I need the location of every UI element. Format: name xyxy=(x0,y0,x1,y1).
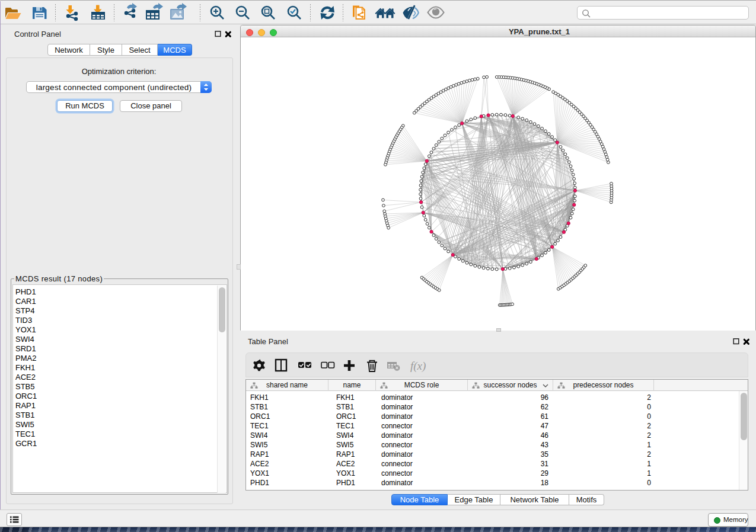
svg-text:f(x): f(x) xyxy=(410,360,426,373)
